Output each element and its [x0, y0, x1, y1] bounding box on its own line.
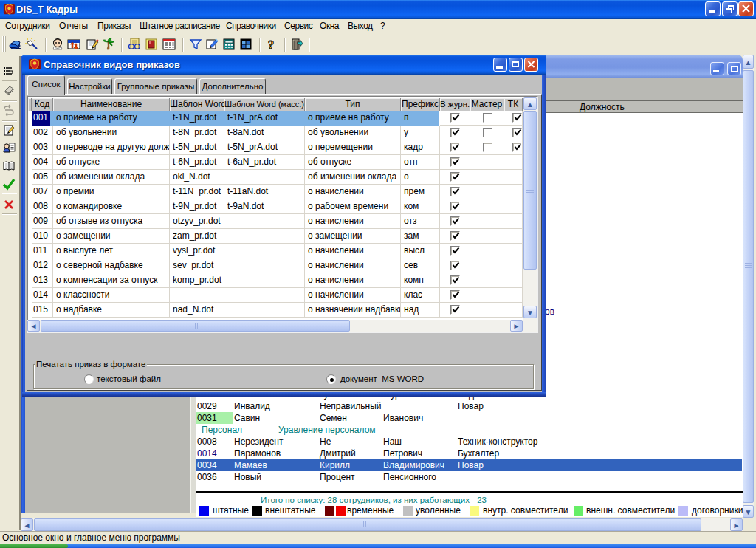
svg-text:?: ? — [268, 38, 275, 51]
